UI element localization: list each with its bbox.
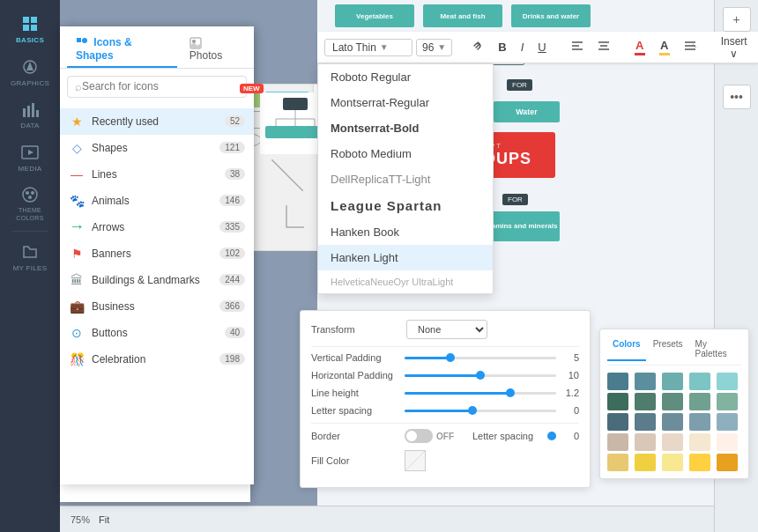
swatch-0[interactable] bbox=[607, 373, 628, 390]
swatch-2[interactable] bbox=[662, 373, 683, 390]
category-shapes[interactable]: ◇ Shapes 121 bbox=[60, 135, 254, 161]
category-celebration[interactable]: 🎊 Celebration 198 bbox=[60, 346, 254, 373]
swatch-21[interactable] bbox=[635, 454, 656, 471]
swatch-6[interactable] bbox=[635, 393, 656, 410]
insert-button[interactable]: Insert ∨ bbox=[716, 33, 753, 63]
letter-spacing-slider2[interactable] bbox=[548, 435, 556, 438]
swatch-14[interactable] bbox=[717, 413, 738, 431]
zoom-fit-button[interactable]: Fit bbox=[95, 513, 113, 527]
fill-color-swatch[interactable] bbox=[405, 450, 426, 471]
category-count: 40 bbox=[225, 327, 245, 338]
category-label: Recently used bbox=[92, 115, 159, 128]
align-center-button[interactable] bbox=[592, 38, 615, 56]
sidebar-item-theme-colors[interactable]: THEMECOLORS bbox=[0, 178, 60, 227]
swatch-1[interactable] bbox=[635, 373, 656, 390]
transform-select[interactable]: None Uppercase Lowercase bbox=[406, 320, 487, 339]
category-buildings[interactable]: 🏛 Buildings & Landmarks 244 bbox=[60, 267, 254, 293]
color-tab-colors[interactable]: Colors bbox=[607, 336, 646, 361]
underline-button[interactable]: U bbox=[532, 38, 551, 56]
sidebar-label-media: MEDIA bbox=[19, 165, 42, 174]
italic-button[interactable]: I bbox=[516, 38, 530, 56]
swatch-17[interactable] bbox=[662, 433, 683, 451]
bold-button[interactable]: B bbox=[493, 38, 511, 56]
swatch-19[interactable] bbox=[717, 433, 738, 451]
category-count: 146 bbox=[219, 195, 245, 206]
swatch-13[interactable] bbox=[689, 413, 710, 431]
swatch-18[interactable] bbox=[689, 433, 710, 451]
panel-divider-1 bbox=[311, 346, 579, 347]
tab-photos[interactable]: Photos bbox=[181, 32, 247, 68]
font-selector[interactable]: Lato Thin ▼ bbox=[324, 39, 412, 56]
font-roboto-regular[interactable]: Roboto Regular bbox=[318, 64, 493, 90]
zoom-in-button[interactable]: + bbox=[723, 7, 751, 32]
icons-search-box[interactable]: ⌕ bbox=[67, 76, 247, 98]
swatch-22[interactable] bbox=[662, 454, 683, 471]
swatch-10[interactable] bbox=[607, 413, 628, 431]
line-height-slider[interactable] bbox=[405, 392, 556, 395]
horizontal-padding-value: 10 bbox=[561, 370, 579, 381]
font-montserrat-regular[interactable]: Montserrat-Regular bbox=[318, 90, 493, 115]
swatch-24[interactable] bbox=[717, 454, 738, 471]
vertical-padding-slider[interactable] bbox=[405, 357, 556, 359]
swatch-5[interactable] bbox=[607, 393, 628, 410]
font-hanken-book[interactable]: Hanken Book bbox=[318, 219, 493, 245]
swatch-23[interactable] bbox=[689, 454, 710, 471]
color-tab-presets[interactable]: Presets bbox=[648, 336, 688, 361]
swatch-7[interactable] bbox=[662, 393, 683, 410]
theme-colors-icon bbox=[20, 185, 40, 204]
svg-rect-2 bbox=[23, 25, 29, 31]
svg-line-22 bbox=[271, 159, 303, 191]
category-buttons[interactable]: ⊙ Buttons 40 bbox=[60, 320, 254, 346]
letter-spacing-slider[interactable] bbox=[405, 410, 556, 412]
horizontal-padding-slider[interactable] bbox=[405, 374, 556, 377]
font-league-spartan[interactable]: League Spartan bbox=[318, 192, 493, 219]
swatch-11[interactable] bbox=[635, 413, 656, 431]
link-button[interactable] bbox=[466, 37, 489, 57]
align-left-button[interactable] bbox=[566, 38, 589, 56]
category-animals[interactable]: 🐾 Animals 146 bbox=[60, 188, 254, 214]
font-hanken-light[interactable]: Hanken Light bbox=[318, 245, 493, 270]
text-highlight-button[interactable]: A bbox=[654, 36, 675, 58]
swatch-15[interactable] bbox=[607, 433, 628, 451]
category-count: 244 bbox=[219, 274, 245, 285]
border-toggle[interactable]: OFF bbox=[405, 429, 454, 443]
sidebar-item-graphics[interactable]: GRAPHICS bbox=[0, 50, 60, 93]
sidebar-item-basics[interactable]: BASICS bbox=[0, 7, 60, 50]
sidebar-label-basics: BASICS bbox=[16, 36, 44, 45]
swatch-12[interactable] bbox=[662, 413, 683, 431]
search-input[interactable] bbox=[82, 80, 239, 92]
food-box-drinks-water: Drinks and water bbox=[511, 4, 591, 27]
right-panel-more[interactable]: ••• bbox=[723, 85, 751, 109]
sidebar-item-media[interactable]: MEDIA bbox=[0, 136, 60, 179]
font-roboto-medium[interactable]: Roboto Medium bbox=[318, 141, 493, 166]
tab-icons-shapes[interactable]: Icons & Shapes bbox=[67, 32, 177, 68]
recently-used-icon: ★ bbox=[69, 114, 85, 129]
category-lines[interactable]: — Lines 38 bbox=[60, 161, 254, 188]
category-business[interactable]: 💼 Business 366 bbox=[60, 293, 254, 320]
sidebar-item-data[interactable]: DATA bbox=[0, 92, 60, 136]
font-helvetica-ultralight[interactable]: HelveticaNeueOyr UltraLight bbox=[318, 270, 493, 293]
swatch-9[interactable] bbox=[717, 393, 738, 410]
text-color-button[interactable]: A bbox=[629, 36, 650, 58]
category-arrows[interactable]: → Arrows 335 bbox=[60, 214, 254, 240]
basics-icon bbox=[20, 14, 40, 33]
font-montserrat-bold[interactable]: Montserrat-Bold bbox=[318, 115, 493, 141]
color-tab-my-palettes[interactable]: My Palettes bbox=[690, 336, 741, 361]
font-size-selector[interactable]: 96 ▼ bbox=[416, 39, 452, 56]
category-recently-used[interactable]: ★ Recently used 52 bbox=[60, 108, 254, 135]
category-count: 335 bbox=[219, 221, 245, 233]
svg-rect-30 bbox=[265, 126, 286, 138]
border-toggle-switch[interactable] bbox=[405, 429, 433, 443]
text-color-icon: A bbox=[635, 39, 643, 52]
category-banners[interactable]: ⚑ Banners 102 bbox=[60, 240, 254, 267]
swatch-4[interactable] bbox=[717, 373, 738, 390]
swatch-8[interactable] bbox=[689, 393, 710, 410]
more-options-button[interactable] bbox=[679, 38, 702, 56]
swatch-20[interactable] bbox=[607, 454, 628, 471]
svg-rect-9 bbox=[36, 110, 39, 117]
swatch-3[interactable] bbox=[689, 373, 710, 390]
font-dellreplica-light[interactable]: DellReplicaTT-Light bbox=[318, 166, 493, 192]
swatch-16[interactable] bbox=[635, 433, 656, 451]
svg-point-15 bbox=[28, 196, 32, 199]
sidebar-item-my-files[interactable]: MY FILES bbox=[0, 235, 60, 278]
